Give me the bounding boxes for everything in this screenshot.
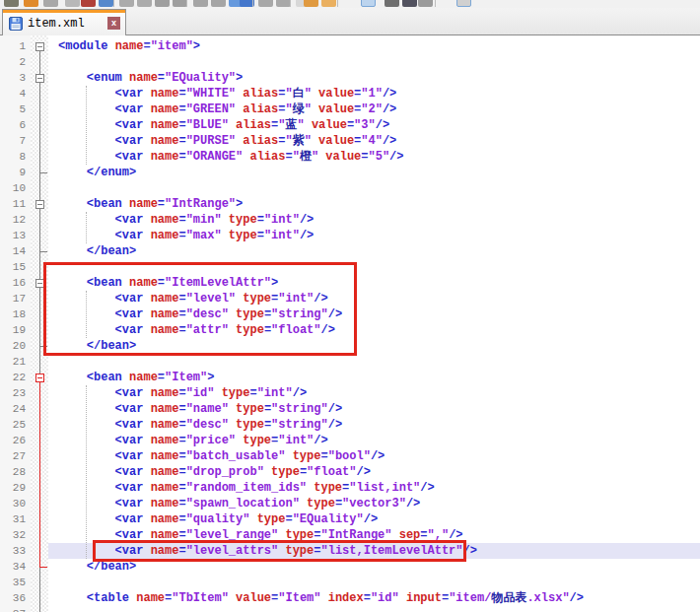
line-number[interactable]: 27 [0,450,26,463]
toolbar-icon[interactable] [99,0,113,7]
line-number[interactable]: 24 [0,403,26,416]
line-number[interactable]: 4 [0,88,26,101]
toolbar-icon[interactable] [402,0,417,7]
line-number[interactable]: 9 [0,167,26,179]
toolbar-icon[interactable] [137,0,152,7]
toolbar-icon[interactable] [4,0,19,7]
line-number[interactable]: 3 [0,72,26,85]
fold-cell [31,433,48,448]
line-number[interactable]: 23 [0,387,26,400]
line-number[interactable]: 8 [0,151,26,164]
code-text[interactable]: <enum name="EQuality"> [48,70,700,86]
code-text[interactable]: <table name="TbItem" value="Item" index=… [48,590,700,606]
line-number[interactable]: 32 [0,529,26,542]
toolbar-icon[interactable] [24,0,38,7]
code-text[interactable]: <module name="item"> [48,38,700,54]
fold-cell [31,448,48,464]
line-number[interactable]: 6 [0,119,26,132]
tab-item-xml[interactable]: item.xml x [2,9,126,35]
line-number[interactable]: 12 [0,214,26,227]
toolbar-icon[interactable] [361,0,376,7]
toolbar-icon[interactable] [304,0,318,7]
code-text[interactable]: <var name="ORANGE" alias="橙" value="5"/> [48,149,700,165]
line-number[interactable]: 21 [0,356,26,369]
code-text[interactable]: <var name="price" type="int"/> [48,433,700,448]
code-text[interactable]: <var name="BLUE" alias="蓝" value="3"/> [48,117,700,133]
toolbar-icon[interactable] [211,0,226,7]
line-number[interactable]: 35 [0,577,26,589]
line-number[interactable]: 22 [0,372,26,384]
toolbar-icon[interactable] [385,0,399,7]
fold-collapse-icon[interactable] [35,74,44,83]
code-text[interactable]: <var name="drop_prob" type="float"/> [48,464,700,480]
fold-line [39,291,40,306]
code-text[interactable]: </bean> [48,243,700,259]
code-text[interactable]: <bean name="Item"> [48,370,700,385]
toolbar-icon[interactable] [119,0,134,7]
line-number[interactable]: 16 [0,277,26,290]
toolbar-icon[interactable] [418,0,433,7]
line-number[interactable]: 29 [0,482,26,495]
line-number[interactable]: 25 [0,419,26,432]
line-number[interactable]: 26 [0,435,26,447]
toolbar-icon[interactable] [155,0,170,7]
toolbar-icon[interactable] [43,0,58,7]
line-number[interactable]: 14 [0,245,26,258]
code-text[interactable]: <var name="batch_usable" type="bool"/> [48,448,700,464]
fold-line [39,54,40,70]
line-number[interactable]: 34 [0,561,26,574]
line-number[interactable]: 36 [0,592,26,605]
line-number[interactable]: 15 [0,261,26,274]
line-number[interactable]: 31 [0,513,26,526]
code-text[interactable]: <var name="desc" type="string"/> [48,417,700,433]
line-number[interactable]: 30 [0,498,26,510]
code-text[interactable]: <var name="max" type="int"/> [48,228,700,243]
line-number[interactable]: 1 [0,40,26,53]
line-number[interactable]: 20 [0,340,26,353]
fold-line [39,575,40,590]
code-text[interactable]: <var name="quality" type="EQuality"/> [48,511,700,527]
line-number[interactable]: 33 [0,545,26,558]
fold-collapse-icon[interactable] [35,42,44,51]
line-number[interactable]: 28 [0,466,26,479]
code-line: 37 [0,606,700,612]
code-text[interactable]: <var name="spawn_location" type="vector3… [48,496,700,511]
code-text[interactable]: <var name="name" type="string"/> [48,401,700,417]
fold-cell [31,559,48,575]
line-number[interactable]: 17 [0,293,26,306]
line-number[interactable]: 10 [0,182,26,195]
code-line: 24 <var name="name" type="string"/> [0,401,700,417]
fold-collapse-icon[interactable] [35,200,44,209]
tab-close-icon[interactable]: x [107,17,120,30]
code-text[interactable]: <var name="GREEN" alias="绿" value="2"/> [48,102,700,117]
code-text[interactable]: <var name="WHITE" alias="白" value="1"/> [48,86,700,102]
line-number[interactable]: 2 [0,56,26,69]
fold-collapse-icon[interactable] [35,374,44,382]
line-number[interactable]: 7 [0,135,26,148]
code-text[interactable]: <var name="min" type="int"/> [48,212,700,228]
toolbar-icon[interactable] [276,0,291,7]
code-line: 26 <var name="price" type="int"/> [0,433,700,448]
line-number[interactable]: 18 [0,308,26,321]
toolbar-icon[interactable] [81,0,96,7]
toolbar-icon[interactable] [456,0,471,7]
line-number[interactable]: 19 [0,324,26,337]
toolbar-separator [290,0,291,7]
code-text[interactable]: <var name="PURSE" alias="紫" value="4"/> [48,133,700,149]
code-text[interactable]: <var name="id" type="int"/> [48,385,700,401]
line-number[interactable]: 37 [0,608,26,612]
toolbar-icon[interactable] [258,0,273,7]
notepadpp-window: item.xml x 1<module name="item">23 <enum… [0,0,700,612]
toolbar-icon[interactable] [193,0,208,7]
line-number[interactable]: 11 [0,198,26,211]
code-line: 28 <var name="drop_prob" type="float"/> [0,464,700,480]
fold-cell [31,370,48,385]
code-text[interactable]: <bean name="IntRange"> [48,196,700,212]
toolbar-icon[interactable] [321,0,336,7]
toolbar-icon[interactable] [173,0,187,7]
line-number[interactable]: 13 [0,230,26,242]
line-number[interactable]: 5 [0,103,26,116]
toolbar-icon[interactable] [65,0,80,7]
code-text[interactable]: <var name="random_item_ids" type="list,i… [48,480,700,496]
code-text[interactable]: </enum> [48,165,700,180]
